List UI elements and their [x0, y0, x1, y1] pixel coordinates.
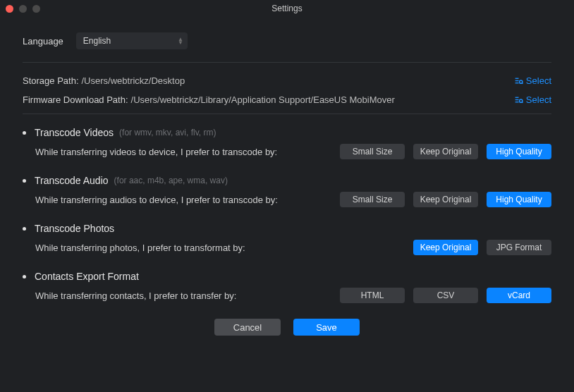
select-link-label: Select: [526, 94, 551, 105]
contacts-format-desc: While transferring contacts, I prefer to…: [35, 290, 236, 301]
transcode-videos-desc: While transferring videos to device, I p…: [35, 147, 277, 157]
audio-keep-original-button[interactable]: Keep Original: [413, 192, 478, 207]
transcode-photos-desc: While transferring photos, I prefer to t…: [35, 243, 245, 253]
storage-path-value: /Users/webtrickz/Desktop: [82, 75, 514, 86]
svg-point-8: [519, 99, 522, 102]
storage-path-label: Storage Path:: [23, 75, 79, 86]
svg-line-4: [522, 83, 523, 84]
photos-keep-original-button[interactable]: Keep Original: [413, 240, 478, 255]
select-stepper-icon: ▲▼: [178, 37, 183, 44]
transcode-videos-title: Transcode Videos: [35, 127, 114, 138]
bullet-icon: [23, 275, 26, 278]
titlebar: Settings: [0, 0, 574, 17]
audio-small-size-button[interactable]: Small Size: [340, 192, 405, 207]
divider: [23, 114, 551, 114]
language-value: English: [83, 36, 111, 46]
transcode-audio-title: Transcode Audio: [35, 175, 109, 186]
videos-high-quality-button[interactable]: High Quality: [487, 144, 551, 159]
bullet-icon: [23, 179, 26, 183]
transcode-photos-title: Transcode Photos: [35, 223, 114, 234]
svg-line-9: [522, 102, 523, 103]
browse-icon: [514, 95, 523, 104]
videos-keep-original-button[interactable]: Keep Original: [413, 144, 478, 159]
contacts-html-button[interactable]: HTML: [340, 288, 405, 303]
window-title: Settings: [0, 4, 574, 13]
firmware-path-label: Firmware Download Path:: [23, 94, 128, 105]
contacts-format-title: Contacts Export Format: [35, 271, 139, 282]
firmware-path-select-button[interactable]: Select: [514, 94, 551, 105]
transcode-audio-hint: (for aac, m4b, ape, wma, wav): [114, 176, 228, 185]
bullet-icon: [23, 131, 26, 135]
language-label: Language: [23, 36, 63, 47]
divider: [23, 62, 551, 63]
cancel-button[interactable]: Cancel: [214, 319, 281, 336]
videos-small-size-button[interactable]: Small Size: [340, 144, 405, 159]
transcode-videos-hint: (for wmv, mkv, avi, flv, rm): [119, 128, 216, 137]
storage-path-select-button[interactable]: Select: [514, 75, 551, 86]
browse-icon: [514, 76, 523, 85]
transcode-audio-desc: While transferring audios to device, I p…: [35, 195, 278, 205]
photos-jpg-format-button[interactable]: JPG Format: [487, 240, 551, 255]
bullet-icon: [23, 227, 26, 231]
audio-high-quality-button[interactable]: High Quality: [487, 192, 551, 207]
svg-point-3: [519, 80, 522, 83]
save-button[interactable]: Save: [293, 319, 360, 336]
contacts-vcard-button[interactable]: vCard: [487, 288, 551, 303]
firmware-path-value: /Users/webtrickz/Library/Application Sup…: [131, 94, 514, 105]
language-select[interactable]: English ▲▼: [76, 32, 188, 49]
select-link-label: Select: [526, 75, 551, 86]
contacts-csv-button[interactable]: CSV: [413, 288, 478, 303]
